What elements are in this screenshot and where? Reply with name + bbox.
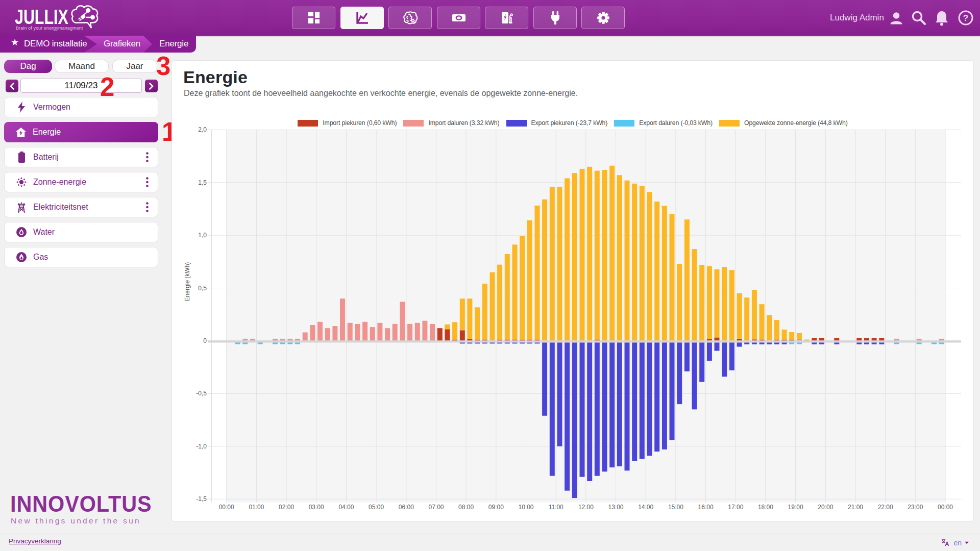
svg-text:?: ? [963, 13, 968, 23]
